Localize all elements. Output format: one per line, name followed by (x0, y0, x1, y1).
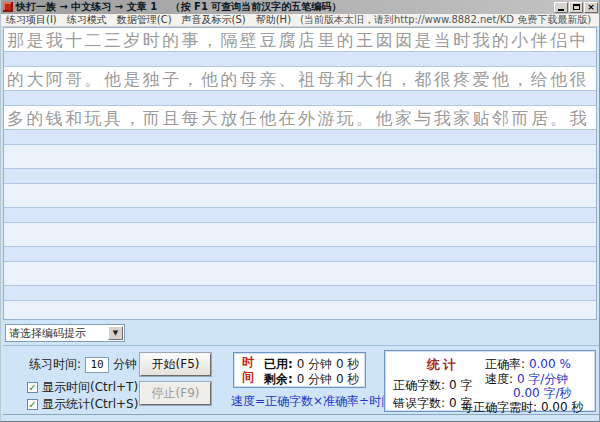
menu-help[interactable]: 帮助(H) (251, 14, 296, 27)
encoding-hint-select[interactable]: 请选择编码提示 ▼ (5, 324, 125, 342)
practice-text-row (4, 262, 596, 286)
accuracy-label: 正确率: (485, 357, 525, 371)
wrong-count-label: 错误字数: (393, 396, 445, 410)
show-time-label: 显示时间(Ctrl+T) (42, 379, 138, 396)
app-icon (3, 2, 13, 12)
check-icon: ✓ (28, 383, 36, 393)
stats-title: 统计 (427, 356, 459, 374)
minimize-button[interactable] (554, 2, 568, 13)
typing-input-row[interactable] (4, 286, 596, 301)
menu-practice-items[interactable]: 练习项目(I) (1, 14, 62, 27)
show-time-checkbox[interactable]: ✓ (27, 382, 38, 393)
time-remain-label: 剩余: (264, 372, 293, 386)
menu-practice-mode[interactable]: 练习模式 (62, 14, 112, 27)
menu-sound-marking[interactable]: 声音及标示(S) (177, 14, 251, 27)
practice-text-area: 那是我十二三岁时的事，隔壁豆腐店里的王囡囡是当时我的小伴侣中的大阿哥。他是独子，… (3, 27, 597, 320)
per-char-time-value: 0.00 秒 (541, 400, 584, 414)
practice-text-row (4, 184, 596, 208)
time-title-char2: 间 (242, 370, 254, 384)
typing-input-row[interactable] (4, 130, 596, 145)
time-used-value: 0 分钟 0 秒 (297, 357, 360, 371)
time-title-char1: 时 (242, 355, 254, 369)
typing-input-row[interactable] (4, 169, 596, 184)
minimize-icon (558, 9, 564, 11)
control-panel: 练习时间: 分钟 ✓ 显示时间(Ctrl+T) ✓ 显示统计(Ctrl+S) 开… (3, 345, 599, 415)
time-used-label: 已用: (264, 357, 293, 371)
menu-data-management[interactable]: 数据管理(C) (112, 14, 177, 27)
maximize-button[interactable] (569, 2, 583, 13)
speed-label: 速度: (485, 372, 513, 386)
minutes-label: 分钟 (113, 356, 137, 373)
accuracy-value: 0.00 % (529, 357, 571, 371)
menu-bar: 练习项目(I) 练习模式 数据管理(C) 声音及标示(S) 帮助(H) (当前版… (1, 14, 600, 27)
practice-text-row (4, 301, 596, 320)
show-stats-checkbox[interactable]: ✓ (27, 399, 38, 410)
speed-value: 0 字/分钟 (517, 372, 569, 386)
typing-input-row[interactable] (4, 91, 596, 106)
encoding-hint-value: 请选择编码提示 (6, 326, 108, 341)
correct-count-value: 0 字 (449, 378, 472, 392)
check-icon: ✓ (28, 400, 36, 410)
typing-input-row[interactable] (4, 208, 596, 223)
stop-button[interactable]: 停止(F9) (140, 382, 211, 405)
practice-text-row: 的大阿哥。他是独子，他的母亲、祖母和大伯，都很疼爱他，给他很 (4, 67, 596, 91)
time-panel: 时 间 已用: 0 分钟 0 秒 剩余: 0 分钟 0 秒 (233, 352, 366, 388)
window-title: 快打一族 → 中文练习 → 文章 1 （按 F1 可查询当前汉字的五笔编码） (16, 0, 554, 14)
practice-time-label: 练习时间: (29, 356, 81, 373)
speed-formula: 速度=正确字数×准确率÷时间 (231, 393, 393, 410)
time-remain-value: 0 分钟 0 秒 (297, 372, 360, 386)
start-button[interactable]: 开始(F5) (140, 353, 211, 376)
close-icon: × (587, 3, 595, 12)
version-notice: (当前版本太旧，请到http://www.8882.net/KD 免费下载最新版… (296, 14, 591, 27)
practice-text-row (4, 145, 596, 169)
practice-time-input[interactable] (85, 357, 109, 373)
chevron-down-icon[interactable]: ▼ (108, 326, 123, 340)
title-bar: 快打一族 → 中文练习 → 文章 1 （按 F1 可查询当前汉字的五笔编码） × (1, 0, 600, 14)
practice-text-row: 多的钱和玩具，而且每天放任他在外游玩。他家与我家贴邻而居。我 (4, 106, 596, 130)
app-window: 快打一族 → 中文练习 → 文章 1 （按 F1 可查询当前汉字的五笔编码） ×… (0, 0, 600, 422)
per-char-time-label: 每正确字需时: (461, 400, 537, 414)
close-button[interactable]: × (584, 2, 598, 13)
correct-count-label: 正确字数: (393, 378, 445, 392)
stats-panel: 统计 正确字数: 0 字 错误字数: 0 字 正确率: 0.00 % 速度: 0… (384, 350, 596, 412)
typing-input-row[interactable] (4, 247, 596, 262)
practice-text-row (4, 223, 596, 247)
typing-input-row[interactable] (4, 52, 596, 67)
maximize-icon (573, 4, 580, 10)
practice-text-row: 那是我十二三岁时的事，隔壁豆腐店里的王囡囡是当时我的小伴侣中 (4, 28, 596, 52)
show-stats-label: 显示统计(Ctrl+S) (42, 396, 138, 413)
